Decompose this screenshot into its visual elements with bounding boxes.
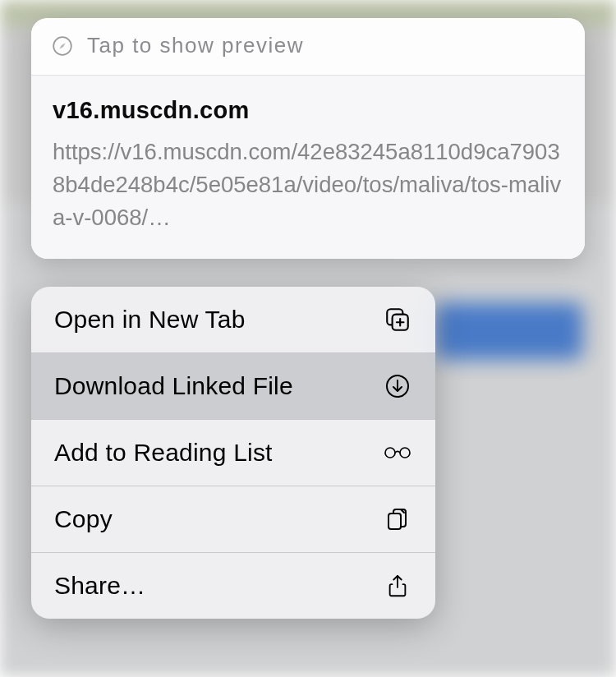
copy-icon [383, 504, 412, 534]
menu-item-add-reading-list[interactable]: Add to Reading List [31, 420, 435, 486]
compass-icon [51, 35, 74, 58]
preview-tap-label: Tap to show preview [87, 33, 304, 58]
plus-tab-icon [383, 305, 412, 334]
menu-item-label: Add to Reading List [54, 439, 273, 467]
menu-item-label: Open in New Tab [54, 306, 246, 334]
glasses-icon [383, 438, 412, 467]
svg-point-9 [400, 448, 410, 458]
menu-item-label: Share… [54, 572, 145, 600]
menu-item-copy[interactable]: Copy [31, 486, 435, 553]
link-preview-card: Tap to show preview v16.muscdn.com https… [31, 18, 585, 259]
preview-body: v16.muscdn.com https://v16.muscdn.com/42… [31, 76, 585, 259]
download-icon [383, 371, 412, 401]
share-icon [383, 571, 412, 601]
preview-header[interactable]: Tap to show preview [31, 18, 585, 75]
preview-domain: v16.muscdn.com [53, 97, 563, 124]
menu-item-label: Download Linked File [54, 372, 293, 400]
context-menu: Open in New Tab Download Linked File [31, 287, 435, 619]
menu-item-download-linked-file[interactable]: Download Linked File [31, 353, 435, 420]
svg-marker-1 [59, 43, 66, 49]
menu-item-label: Copy [54, 505, 113, 533]
svg-rect-10 [388, 514, 401, 529]
svg-point-8 [385, 448, 395, 458]
preview-url: https://v16.muscdn.com/42e83245a8110d9ca… [53, 136, 563, 234]
menu-item-share[interactable]: Share… [31, 553, 435, 619]
menu-item-open-new-tab[interactable]: Open in New Tab [31, 287, 435, 353]
